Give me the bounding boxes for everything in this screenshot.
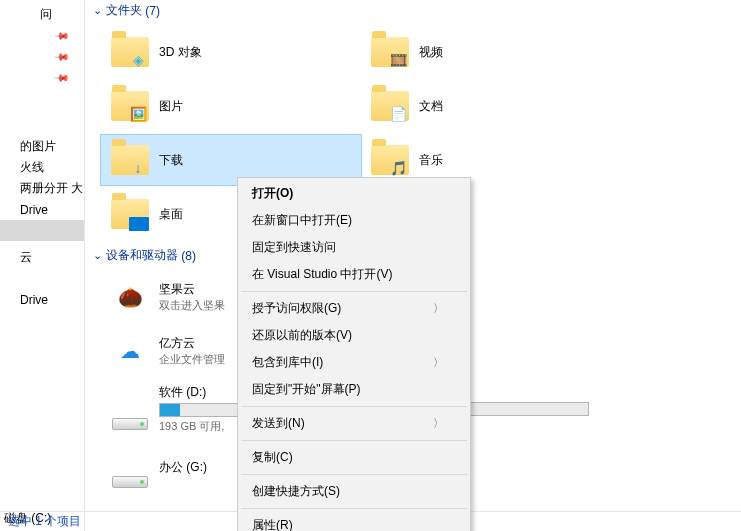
chevron-right-icon: 〉 (433, 355, 444, 370)
drive-icon (109, 446, 151, 488)
menu-open-new-window[interactable]: 在新窗口中打开(E) (240, 207, 468, 234)
menu-separator (241, 406, 467, 407)
tree-item[interactable]: 📌 (0, 46, 84, 67)
tree-item[interactable] (0, 94, 84, 115)
menu-restore-versions[interactable]: 还原以前的版本(V) (240, 322, 468, 349)
tree-item-selected[interactable] (0, 220, 84, 241)
menu-open-visual-studio[interactable]: 在 Visual Studio 中打开(V) (240, 261, 468, 288)
tree-item[interactable]: 云 (0, 247, 84, 268)
folder-3d-objects[interactable]: ◈ 3D 对象 (101, 27, 361, 77)
chevron-down-icon: ⌄ (93, 249, 102, 262)
app-icon: ☁ (109, 330, 151, 372)
folder-videos[interactable]: 🎞️ 视频 (361, 27, 621, 77)
menu-separator (241, 508, 467, 509)
folder-pictures[interactable]: 🖼️ 图片 (101, 81, 361, 131)
context-menu: 打开(O) 在新窗口中打开(E) 固定到快速访问 在 Visual Studio… (237, 177, 471, 531)
tree-item[interactable]: 两册分开 大 (0, 178, 84, 199)
folder-icon: ↓ (109, 139, 151, 181)
menu-send-to[interactable]: 发送到(N)〉 (240, 410, 468, 437)
tree-item[interactable]: 问 (0, 4, 84, 25)
folder-icon: 📄 (369, 85, 411, 127)
menu-pin-start[interactable]: 固定到"开始"屏幕(P) (240, 376, 468, 403)
pin-icon: 📌 (54, 48, 70, 64)
folder-icon: 🖼️ (109, 85, 151, 127)
group-label: 文件夹 (106, 2, 142, 19)
tree-item[interactable]: Drive (0, 289, 84, 310)
tree-item[interactable]: 📌 (0, 25, 84, 46)
app-icon: 🌰 (109, 276, 151, 318)
menu-copy[interactable]: 复制(C) (240, 444, 468, 471)
folder-icon (109, 193, 151, 235)
chevron-right-icon: 〉 (433, 416, 444, 431)
menu-include-library[interactable]: 包含到库中(I)〉 (240, 349, 468, 376)
tree-item[interactable] (0, 268, 84, 289)
folder-documents[interactable]: 📄 文档 (361, 81, 621, 131)
tree-item[interactable]: 的图片 (0, 136, 84, 157)
drive-icon (109, 388, 151, 430)
tree-item[interactable]: Drive (0, 199, 84, 220)
tree-item[interactable]: 📌 (0, 67, 84, 88)
menu-give-access[interactable]: 授予访问权限(G)〉 (240, 295, 468, 322)
menu-separator (241, 440, 467, 441)
menu-separator (241, 474, 467, 475)
tree-item[interactable] (0, 115, 84, 136)
pin-icon: 📌 (54, 27, 70, 43)
group-label: 设备和驱动器 (106, 247, 178, 264)
group-header-folders[interactable]: ⌄ 文件夹 (7) (85, 0, 741, 21)
folder-icon: ◈ (109, 31, 151, 73)
chevron-right-icon: 〉 (433, 301, 444, 316)
menu-pin-quick-access[interactable]: 固定到快速访问 (240, 234, 468, 261)
folder-icon: 🎵 (369, 139, 411, 181)
menu-separator (241, 291, 467, 292)
chevron-down-icon: ⌄ (93, 4, 102, 17)
folder-icon: 🎞️ (369, 31, 411, 73)
navigation-pane[interactable]: 问 📌 📌 📌 的图片 火线 两册分开 大 Drive 云 Drive 磁盘 (… (0, 0, 85, 531)
menu-properties[interactable]: 属性(R) (240, 512, 468, 531)
menu-open[interactable]: 打开(O) (240, 180, 468, 207)
pin-icon: 📌 (54, 69, 70, 85)
tree-item[interactable]: 火线 (0, 157, 84, 178)
status-selection: 选中 1 个项目 (8, 513, 81, 530)
menu-create-shortcut[interactable]: 创建快捷方式(S) (240, 478, 468, 505)
